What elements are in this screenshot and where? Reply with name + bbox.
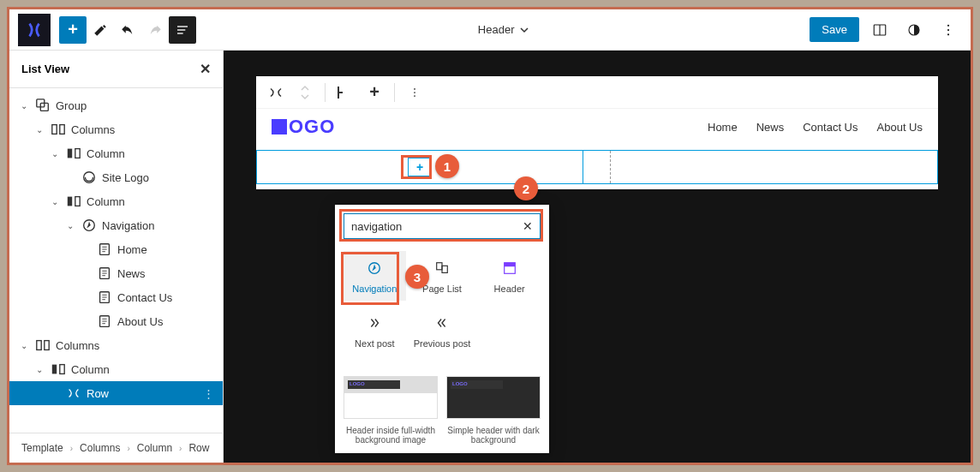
add-block-inline[interactable]: +	[408, 158, 432, 176]
list-view-panel: List View ✕ ⌄Group⌄Columns⌄ColumnSite Lo…	[9, 51, 224, 463]
site-logo-placeholder: OGO	[272, 116, 335, 138]
inserter-block-previous-post[interactable]: Previous post	[411, 306, 474, 355]
annotation-3: 3	[405, 265, 429, 289]
column-icon	[66, 194, 81, 209]
nav-link[interactable]: Contact Us	[803, 121, 858, 134]
view-button[interactable]	[866, 16, 893, 44]
app-logo[interactable]	[18, 14, 51, 46]
document-title: Header	[478, 23, 515, 36]
breadcrumb[interactable]: Template›Columns›Column›Row	[9, 433, 223, 463]
svg-rect-2	[177, 33, 183, 33]
tree-item-group[interactable]: ⌄Group	[9, 93, 223, 117]
breadcrumb-item[interactable]: Column	[137, 442, 172, 454]
svg-rect-11	[52, 125, 57, 134]
add-inline-button[interactable]: +	[362, 80, 387, 105]
svg-rect-14	[75, 149, 80, 158]
svg-point-41	[414, 88, 415, 90]
move-handle[interactable]	[292, 80, 318, 105]
block-toolbar: +	[256, 76, 938, 109]
pattern-item[interactable]: LOGOHeader inside full-width background …	[344, 376, 438, 445]
svg-point-8	[947, 33, 949, 35]
svg-rect-36	[45, 341, 49, 350]
tree-item-site-logo[interactable]: Site Logo	[9, 165, 223, 189]
close-icon[interactable]: ✕	[200, 61, 211, 77]
breadcrumb-item[interactable]: Template	[21, 442, 63, 454]
page-icon	[97, 266, 112, 281]
nav-link[interactable]: Home	[708, 121, 738, 134]
columns-icon	[51, 122, 66, 137]
tree-item-navigation[interactable]: ⌄Navigation	[9, 213, 223, 237]
column-icon	[51, 361, 66, 377]
svg-rect-38	[60, 365, 64, 374]
tree-item-columns[interactable]: ⌄Columns	[9, 117, 223, 141]
inserter-block-navigation[interactable]: Navigation	[344, 251, 406, 301]
styles-button[interactable]	[900, 16, 928, 44]
breadcrumb-item[interactable]: Row	[188, 442, 209, 454]
tree-item-column[interactable]: ⌄Column	[9, 141, 223, 165]
tree-item-column[interactable]: ⌄Column	[9, 189, 223, 213]
header-template: + OGO HomeNewsContact UsAbout Us + 1 2	[256, 76, 938, 189]
tree-item-about-us[interactable]: About Us	[9, 309, 223, 333]
sitelogo-icon	[81, 170, 97, 185]
svg-rect-48	[504, 263, 515, 267]
search-input[interactable]	[351, 220, 523, 233]
svg-rect-0	[177, 26, 188, 27]
nav-link[interactable]: About Us	[877, 121, 923, 134]
header-icon	[499, 258, 520, 278]
edit-tool-button[interactable]	[87, 16, 114, 44]
annotation-1: 1	[435, 154, 459, 178]
svg-point-6	[947, 24, 949, 26]
more-icon[interactable]: ⋮	[203, 387, 214, 400]
justify-tool[interactable]	[332, 80, 358, 105]
inserter-block-next-post[interactable]: Next post	[344, 306, 406, 355]
inserter-search[interactable]: ✕	[344, 213, 541, 239]
nav-links: HomeNewsContact UsAbout Us	[708, 121, 923, 134]
clear-search-icon[interactable]: ✕	[523, 219, 533, 233]
svg-point-7	[947, 28, 949, 30]
more-options-button[interactable]	[935, 16, 962, 44]
tree-item-home[interactable]: Home	[9, 237, 223, 261]
svg-rect-35	[37, 341, 41, 350]
chevron-down-icon	[520, 26, 529, 34]
svg-rect-17	[75, 197, 80, 206]
svg-rect-46	[442, 266, 447, 272]
redo-button[interactable]	[141, 16, 169, 44]
svg-rect-45	[437, 263, 442, 270]
columns-block[interactable]: + 1 2	[256, 150, 938, 184]
block-inserter-popover: ✕ NavigationPage ListHeaderNext postPrev…	[335, 205, 549, 453]
row-icon	[66, 385, 81, 401]
block-more-icon[interactable]	[402, 80, 427, 105]
tree-item-news[interactable]: News	[9, 261, 223, 285]
prev-icon	[432, 313, 452, 333]
nav-link[interactable]: News	[756, 121, 785, 134]
next-icon	[364, 313, 385, 333]
group-icon	[35, 98, 51, 113]
svg-rect-40	[338, 87, 339, 99]
nav-icon	[364, 258, 385, 278]
row-block-icon[interactable]	[263, 80, 289, 105]
inserter-block-header[interactable]: Header	[478, 251, 541, 301]
add-block-button[interactable]: +	[59, 16, 87, 44]
list-view-toggle[interactable]	[169, 16, 196, 44]
tree-item-contact-us[interactable]: Contact Us	[9, 285, 223, 309]
editor-canvas: + OGO HomeNewsContact UsAbout Us + 1 2	[224, 51, 971, 463]
column-icon	[66, 146, 81, 161]
svg-rect-13	[68, 149, 72, 158]
editor-topbar: + Header Save	[9, 9, 971, 51]
pattern-item[interactable]: LOGOSimple header with dark background	[446, 376, 541, 445]
svg-point-42	[414, 92, 415, 93]
svg-rect-12	[60, 125, 64, 134]
tree-item-column[interactable]: ⌄Column	[9, 357, 223, 381]
tree-item-columns[interactable]: ⌄Columns	[9, 333, 223, 357]
annotation-2: 2	[514, 176, 538, 200]
tree-item-row[interactable]: Row⋮	[9, 381, 223, 405]
document-switcher[interactable]: Header	[196, 23, 810, 36]
breadcrumb-item[interactable]: Columns	[80, 442, 120, 454]
svg-rect-37	[52, 365, 57, 374]
save-button[interactable]: Save	[810, 17, 859, 42]
undo-button[interactable]	[114, 16, 141, 44]
columns-icon	[35, 338, 51, 353]
list-view-title: List View	[21, 63, 69, 75]
nav-icon	[81, 218, 97, 233]
svg-rect-1	[177, 29, 185, 30]
